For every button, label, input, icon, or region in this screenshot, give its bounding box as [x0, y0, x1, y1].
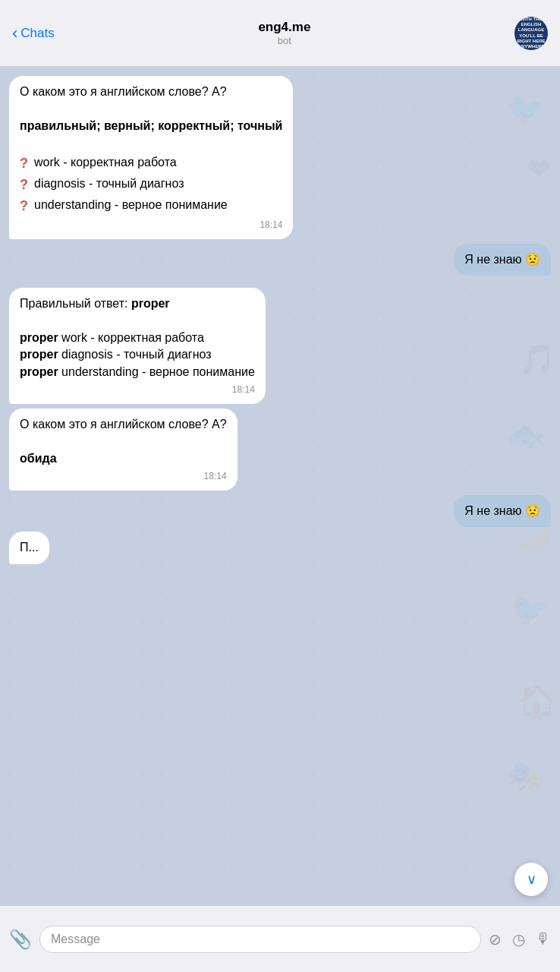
list-item: ? understanding - верное понимание	[20, 197, 282, 216]
message-bubble: О каком это я английском слове? А? прави…	[9, 76, 293, 239]
chat-area: О каком это я английском слове? А? прави…	[0, 67, 560, 645]
back-label: Chats	[20, 26, 54, 41]
message-time: 18:14	[20, 219, 282, 232]
chat-subtitle: bot	[55, 35, 514, 46]
input-placeholder: Message	[51, 933, 100, 946]
message-bubble: П...	[9, 532, 49, 563]
message-row: О каком это я английском слове? А? прави…	[9, 76, 551, 239]
message-row: Я не знаю 😟	[9, 244, 551, 276]
chevron-down-icon: ∨	[527, 871, 536, 888]
message-bubble: Правильный ответ: proper proper work - к…	[9, 288, 266, 404]
list-item-text: work - корректная работа	[34, 154, 177, 171]
list-item: proper diagnosis - точный диагноз	[20, 346, 255, 363]
avatar[interactable]: WITH THEENGLISHLANGUAGEYOU'LL BERIGHT HE…	[514, 17, 548, 50]
message-input[interactable]: Message	[39, 926, 481, 953]
message-time: 18:14	[20, 470, 227, 483]
message-text: Правильный ответ: proper	[20, 295, 255, 312]
scroll-down-button[interactable]: ∨	[514, 863, 548, 896]
message-time: 18:14	[20, 383, 255, 396]
message-bubble: Я не знаю 😟	[454, 495, 551, 527]
message-text: О каком это я английском слове? А?	[20, 84, 282, 100]
chevron-left-icon: ‹	[12, 24, 17, 43]
message-text: П...	[20, 541, 39, 554]
message-bubble: О каком это я английском слове? А? обида…	[9, 409, 238, 491]
question-icon: ?	[20, 175, 28, 194]
input-bar: 📎 Message ⊘ ◷ 🎙	[0, 905, 560, 972]
message-row: П...	[9, 532, 551, 563]
list-item-text: diagnosis - точный диагноз	[34, 175, 184, 192]
header: ‹ Chats eng4.me bot WITH THEENGLISHLANGU…	[0, 0, 560, 67]
attach-icon[interactable]: 📎	[9, 929, 32, 950]
message-text: Я не знаю 😟	[464, 504, 540, 517]
back-button[interactable]: ‹ Chats	[12, 24, 55, 43]
input-actions: ⊘ ◷ 🎙	[489, 930, 551, 948]
chat-title: eng4.me	[55, 20, 514, 35]
message-text: Я не знаю 😟	[464, 253, 540, 266]
mic-icon[interactable]: 🎙	[536, 930, 551, 948]
avatar-text: WITH THEENGLISHLANGUAGEYOU'LL BERIGHT HE…	[515, 17, 546, 50]
question-icon: ?	[20, 154, 28, 173]
question-icon: ?	[20, 197, 28, 216]
list-item: proper understanding - верное понимание	[20, 364, 255, 380]
header-center: eng4.me bot	[55, 20, 514, 46]
clock-icon[interactable]: ◷	[512, 930, 525, 948]
message-bubble: Я не знаю 😟	[454, 244, 551, 276]
message-row: Правильный ответ: proper proper work - к…	[9, 288, 551, 404]
message-bold: правильный; верный; корректный; точный	[20, 118, 282, 134]
list-item: proper work - корректная работа	[20, 330, 255, 346]
list-item: ? diagnosis - точный диагноз	[20, 175, 282, 194]
sticker-icon[interactable]: ⊘	[489, 930, 502, 948]
message-row: Я не знаю 😟	[9, 495, 551, 527]
list-item: ? work - корректная работа	[20, 154, 282, 173]
message-row: О каком это я английском слове? А? обида…	[9, 409, 551, 491]
message-bold: обида	[20, 450, 227, 467]
list-item-text: understanding - верное понимание	[34, 197, 228, 213]
message-text: О каком это я английском слове? А?	[20, 416, 227, 433]
